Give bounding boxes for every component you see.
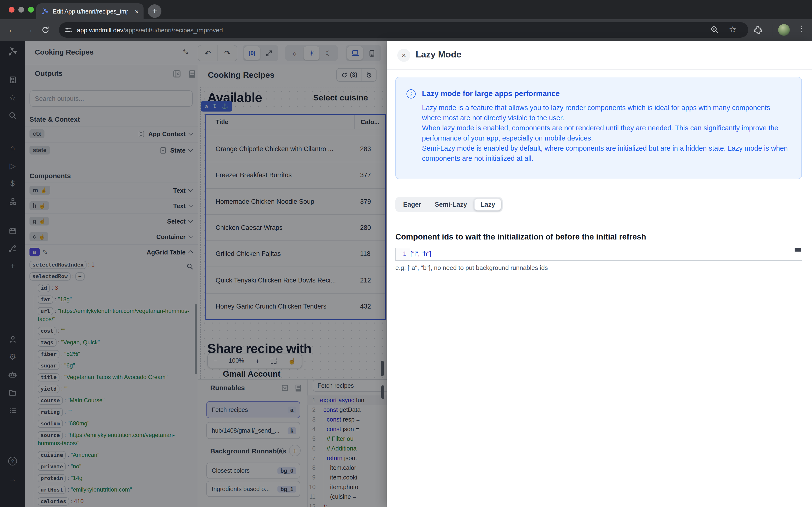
drawer-divider bbox=[387, 69, 812, 69]
browser-menu-icon[interactable]: ⋮ bbox=[798, 24, 805, 33]
info-paragraph-2: When lazy mode is enabled, components ar… bbox=[422, 124, 778, 142]
component-ids-editor[interactable]: 1 ["i", "h"] bbox=[395, 248, 802, 261]
site-settings-icon[interactable] bbox=[65, 26, 72, 34]
window-minimize-button[interactable] bbox=[18, 7, 24, 12]
lazy-mode-drawer: × Lazy Mode i Lazy mode for large apps p… bbox=[387, 41, 812, 507]
drawer-title: Lazy Mode bbox=[416, 49, 461, 60]
info-body: Lazy mode is a feature that allows you t… bbox=[422, 103, 790, 164]
url-text: app.windmill.dev/apps/edit/u/henri/recip… bbox=[77, 26, 223, 34]
back-icon[interactable]: ← bbox=[8, 25, 16, 35]
component-ids-value[interactable]: ["i", "h"] bbox=[410, 248, 431, 260]
close-drawer-button[interactable]: × bbox=[397, 49, 410, 62]
component-ids-hint: e.g: ["a", "b"], no need to put backgrou… bbox=[395, 264, 548, 271]
reload-icon[interactable] bbox=[41, 25, 50, 34]
browser-tab[interactable]: Edit App u/henri/recipes_impr × bbox=[36, 3, 144, 19]
tab-title: Edit App u/henri/recipes_impr bbox=[53, 8, 128, 15]
info-title: Lazy mode for large apps performance bbox=[422, 89, 790, 98]
info-paragraph-1: Lazy mode is a feature that allows you t… bbox=[422, 104, 770, 122]
forward-icon[interactable]: → bbox=[25, 25, 33, 35]
editor-line-number: 1 bbox=[396, 248, 410, 260]
lazy-mode-info-box: i Lazy mode for large apps performance L… bbox=[395, 77, 802, 179]
browser-tab-strip: Edit App u/henri/recipes_impr × + bbox=[0, 0, 812, 19]
url-bar[interactable]: app.windmill.dev/apps/edit/u/henri/recip… bbox=[59, 22, 748, 38]
component-ids-heading: Component ids to wait the initialization… bbox=[395, 232, 646, 241]
editor-scrollbar-nub bbox=[795, 248, 801, 251]
profile-avatar[interactable] bbox=[778, 24, 790, 36]
lazy-mode-segmented-control: Eager Semi-Lazy Lazy bbox=[395, 197, 503, 212]
extensions-icon[interactable] bbox=[753, 25, 763, 35]
new-tab-button[interactable]: + bbox=[148, 4, 161, 18]
window-close-button[interactable] bbox=[9, 7, 14, 12]
windmill-favicon bbox=[41, 7, 49, 15]
window-zoom-button[interactable] bbox=[28, 7, 34, 12]
toolbar-divider bbox=[772, 24, 772, 36]
drawer-backdrop-overlay bbox=[0, 41, 387, 507]
mode-option-semi-lazy[interactable]: Semi-Lazy bbox=[428, 199, 473, 211]
tab-close-icon[interactable]: × bbox=[135, 7, 139, 15]
screen: Edit App u/henri/recipes_impr × + ← → ap… bbox=[0, 0, 812, 507]
info-icon: i bbox=[406, 89, 416, 99]
mode-option-lazy[interactable]: Lazy bbox=[474, 199, 501, 211]
mode-option-eager[interactable]: Eager bbox=[397, 199, 427, 211]
bookmark-star-icon[interactable]: ☆ bbox=[729, 24, 737, 35]
zoom-page-icon[interactable] bbox=[711, 25, 719, 34]
info-paragraph-3: Semi-Lazy mode is enabled by default, wh… bbox=[422, 145, 788, 162]
